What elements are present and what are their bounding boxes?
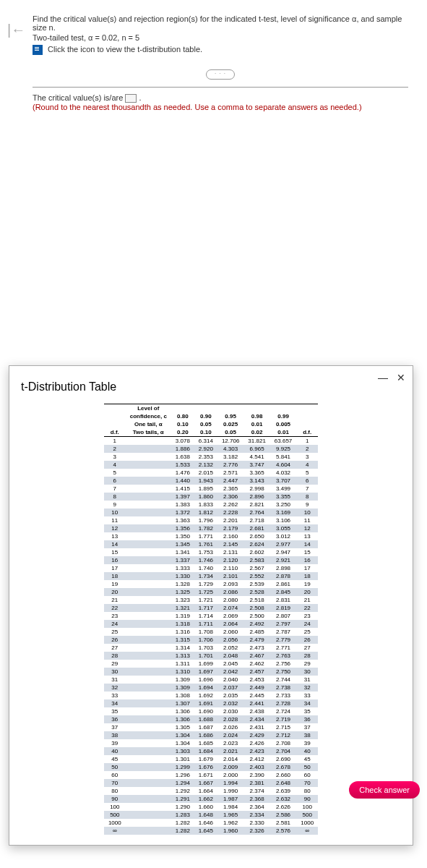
table-row: 701.2941.6671.9942.3812.64870 [104,779,318,787]
table-row: 181.3301.7342.1012.5522.87818 [104,572,318,580]
table-row: 291.3111.6992.0452.4622.75629 [104,660,318,668]
answer-text-2: . [139,93,141,102]
table-row: 101.3721.8122.2282.7643.16910 [104,509,318,516]
table-row: 41.5332.1322.7763.7474.6044 [104,461,318,469]
t-distribution-modal: — ✕ t-Distribution Table Level ofconfide… [9,365,413,846]
table-row: 261.3151.7062.0562.4792.77926 [104,636,318,644]
answer-area: The critical value(s) is/are . (Round to… [33,93,408,111]
question-test-line: Two-tailed test, α = 0.02, n = 5 [33,33,408,42]
table-row: 61.4401.9432.4473.1433.7076 [104,477,318,485]
table-row: 141.3451.7612.1452.6242.97714 [104,540,318,548]
check-answer-button[interactable]: Check answer [349,781,420,799]
table-row: 13.0786.31412.70631.82163.6571 [104,437,318,446]
table-row: 191.3281.7292.0932.5392.86119 [104,580,318,588]
view-table-link[interactable]: Click the icon to view the t-distributio… [48,45,202,54]
table-row: 131.3501.7712.1602.6503.01213 [104,532,318,540]
table-row: 601.2961.6712.0002.3902.66060 [104,771,318,779]
table-row: Level of [104,404,318,413]
table-row: 901.2911.6621.9872.3682.63290 [104,795,318,803]
table-row: confidence, c0.800.900.950.980.99 [104,412,318,420]
table-row: 1001.2901.6601.9842.3642.626100 [104,803,318,811]
collapse-panel-icon[interactable]: |← [7,22,25,38]
answer-text-1: The critical value(s) is/are [33,93,125,102]
table-row: 21.8862.9204.3036.9659.9252 [104,445,318,453]
modal-title: t-Distribution Table [21,380,405,393]
table-row: 5001.2831.6481.9652.3342.586500 [104,811,318,819]
table-row: 301.3101.6972.0422.4572.75030 [104,668,318,676]
table-row: 51.4762.0152.5713.3654.0325 [104,469,318,477]
table-row: 111.3631.7962.2012.7183.10611 [104,516,318,524]
divider [33,87,408,88]
table-row: 361.3061.6882.0282.4342.71936 [104,715,318,723]
table-row: d.f.Two tails, α0.200.100.050.020.01d.f. [104,428,318,437]
question-prompt: Find the critical value(s) and rejection… [33,14,408,32]
table-row: 10001.2821.6461.9622.3302.5811000 [104,819,318,827]
expand-button[interactable]: · · · [206,69,235,80]
critical-value-input[interactable] [125,94,137,103]
table-row: 391.3041.6852.0232.4262.70839 [104,739,318,747]
table-row: 271.3141.7032.0522.4732.77127 [104,644,318,652]
close-icon[interactable]: ✕ [397,372,405,383]
table-row: 31.6382.3533.1824.5415.8413 [104,453,318,461]
table-row: ∞1.2821.6451.9602.3262.576∞ [104,827,318,835]
table-row: 801.2921.6641.9902.3742.63980 [104,787,318,795]
table-row: 201.3251.7252.0862.5282.84520 [104,588,318,596]
answer-hint: (Round to the nearest thousandth as need… [33,103,408,111]
table-row: 381.3041.6862.0242.4292.71238 [104,731,318,739]
table-row: 501.2991.6762.0092.4032.67850 [104,763,318,771]
table-row: 171.3331.7402.1102.5672.89817 [104,564,318,572]
book-icon[interactable] [33,45,43,55]
table-row: 251.3161.7082.0602.4852.78725 [104,628,318,636]
table-row: 221.3211.7172.0742.5082.81922 [104,604,318,612]
table-row: 311.3091.6962.0402.4532.74431 [104,676,318,684]
table-row: 211.3231.7212.0802.5182.83121 [104,596,318,604]
table-row: 321.3091.6942.0372.4492.73832 [104,684,318,692]
table-row: 351.3061.6902.0302.4382.72435 [104,707,318,715]
table-row: 121.3561.7822.1792.6813.05512 [104,524,318,532]
table-row: One tail, α0.100.050.0250.010.005 [104,420,318,428]
t-distribution-table: Level ofconfidence, c0.800.900.950.980.9… [104,404,318,835]
table-row: 401.3031.6842.0212.4232.70440 [104,747,318,755]
table-row: 71.4151.8952.3652.9983.4997 [104,485,318,493]
table-row: 91.3831.8332.2622.8213.2509 [104,501,318,509]
table-row: 161.3371.7462.1202.5832.92116 [104,556,318,564]
table-row: 241.3181.7112.0642.4922.79724 [104,620,318,628]
table-row: 231.3191.7142.0692.5002.80723 [104,612,318,620]
table-row: 341.3071.6912.0322.4412.72834 [104,699,318,707]
table-row: 151.3411.7532.1312.6022.94715 [104,548,318,556]
table-row: 331.3081.6922.0352.4452.73333 [104,692,318,699]
minimize-icon[interactable]: — [378,372,388,383]
question-area: Find the critical value(s) and rejection… [33,14,408,111]
table-row: 281.3131.7012.0482.4672.76328 [104,652,318,660]
table-row: 81.3971.8602.3062.8963.3558 [104,493,318,501]
table-row: 371.3051.6872.0262.4312.71537 [104,723,318,731]
table-row: 451.3011.6792.0142.4122.69045 [104,755,318,763]
